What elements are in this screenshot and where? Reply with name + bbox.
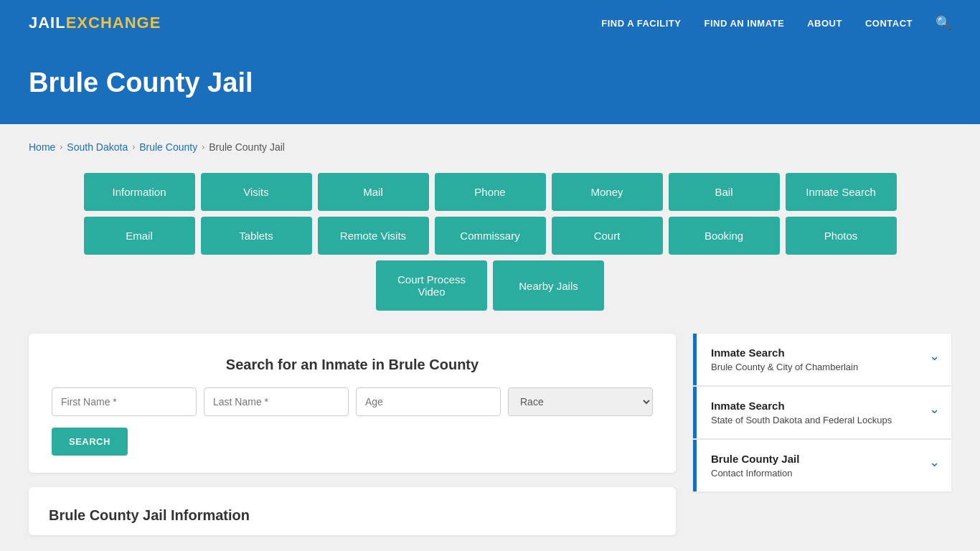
breadcrumb: Home › South Dakota › Brule County › Bru… (29, 141, 951, 153)
btn-court[interactable]: Court (552, 217, 663, 255)
logo-jail: JAIL (29, 14, 66, 32)
nav-about[interactable]: ABOUT (807, 18, 842, 29)
race-select[interactable]: Race (508, 387, 653, 416)
btn-court-process-video[interactable]: Court Process Video (376, 260, 487, 311)
sidebar-card-state-title: Inmate Search (711, 400, 892, 412)
chevron-down-icon-3: ⌄ (929, 454, 940, 470)
info-title: Brule County Jail Information (49, 507, 656, 524)
btn-money[interactable]: Money (552, 173, 663, 211)
info-section: Brule County Jail Information (29, 487, 676, 535)
search-fields: Race (52, 387, 653, 416)
search-icon[interactable]: 🔍 (936, 15, 951, 31)
breadcrumb-sep-1: › (60, 142, 62, 152)
sidebar-card-local-title: Inmate Search (711, 347, 858, 359)
sidebar-card-state-search[interactable]: Inmate Search State of South Dakota and … (693, 387, 951, 438)
sidebar-card-contact-sub: Contact Information (711, 468, 799, 479)
breadcrumb-sd[interactable]: South Dakota (67, 141, 128, 153)
btn-photos[interactable]: Photos (786, 217, 897, 255)
nav-find-facility[interactable]: FIND A FACILITY (601, 18, 681, 29)
first-name-input[interactable] (52, 387, 197, 416)
chevron-down-icon-2: ⌄ (929, 401, 940, 417)
btn-bail[interactable]: Bail (669, 173, 780, 211)
hero-banner: Brule County Jail (0, 46, 980, 124)
breadcrumb-county[interactable]: Brule County (139, 141, 197, 153)
btn-booking[interactable]: Booking (669, 217, 780, 255)
last-name-input[interactable] (204, 387, 349, 416)
btn-row-2: Email Tablets Remote Visits Commissary C… (29, 217, 951, 255)
main-content-grid: Search for an Inmate in Brule County Rac… (29, 334, 951, 535)
logo[interactable]: JAIL EXCHANGE (29, 14, 161, 32)
left-column: Search for an Inmate in Brule County Rac… (29, 334, 676, 535)
sidebar-card-local-sub: Brule County & City of Chamberlain (711, 362, 858, 372)
btn-inmate-search[interactable]: Inmate Search (786, 173, 897, 211)
page-title: Brule County Jail (29, 67, 951, 98)
sidebar-card-contact[interactable]: Brule County Jail Contact Information ⌄ (693, 440, 951, 491)
btn-tablets[interactable]: Tablets (201, 217, 312, 255)
inmate-search-panel: Search for an Inmate in Brule County Rac… (29, 334, 676, 473)
site-header: JAIL EXCHANGE FIND A FACILITY FIND AN IN… (0, 0, 980, 46)
btn-remote-visits[interactable]: Remote Visits (318, 217, 429, 255)
sidebar-card-contact-title: Brule County Jail (711, 453, 799, 465)
btn-commissary[interactable]: Commissary (435, 217, 546, 255)
btn-mail[interactable]: Mail (318, 173, 429, 211)
sidebar-card-state-sub: State of South Dakota and Federal Lockup… (711, 415, 892, 425)
btn-email[interactable]: Email (84, 217, 195, 255)
age-input[interactable] (356, 387, 501, 416)
breadcrumb-home[interactable]: Home (29, 141, 55, 153)
sidebar-card-local-search[interactable]: Inmate Search Brule County & City of Cha… (693, 334, 951, 385)
content-area: Home › South Dakota › Brule County › Bru… (0, 124, 980, 551)
btn-nearby-jails[interactable]: Nearby Jails (493, 260, 604, 311)
btn-visits[interactable]: Visits (201, 173, 312, 211)
breadcrumb-sep-3: › (202, 142, 204, 152)
sidebar-panel: Inmate Search Brule County & City of Cha… (693, 334, 951, 535)
nav-contact[interactable]: CONTACT (865, 18, 913, 29)
btn-information[interactable]: Information (84, 173, 195, 211)
search-title: Search for an Inmate in Brule County (52, 357, 653, 373)
nav-find-inmate[interactable]: FIND AN INMATE (704, 18, 784, 29)
breadcrumb-current: Brule County Jail (209, 141, 285, 153)
service-button-grid: Information Visits Mail Phone Money Bail… (29, 173, 951, 311)
btn-row-1: Information Visits Mail Phone Money Bail… (29, 173, 951, 211)
chevron-down-icon: ⌄ (929, 348, 940, 364)
logo-exchange: EXCHANGE (66, 14, 161, 32)
breadcrumb-sep-2: › (132, 142, 135, 152)
main-nav: FIND A FACILITY FIND AN INMATE ABOUT CON… (601, 15, 951, 31)
btn-phone[interactable]: Phone (435, 173, 546, 211)
btn-row-3: Court Process Video Nearby Jails (29, 260, 951, 311)
search-button[interactable]: SEARCH (52, 428, 128, 456)
